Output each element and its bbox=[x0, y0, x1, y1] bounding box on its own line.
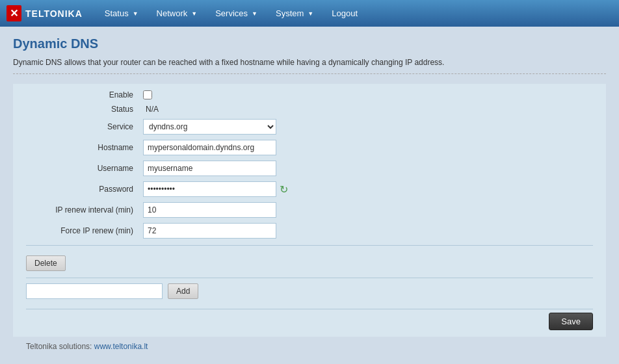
page-title: Dynamic DNS bbox=[13, 36, 606, 51]
nav-link-system[interactable]: System ▼ bbox=[267, 0, 323, 27]
chevron-down-icon-system: ▼ bbox=[308, 10, 313, 17]
page-description: Dynamic DNS allows that your router can … bbox=[13, 58, 606, 74]
enable-row: Enable bbox=[26, 90, 593, 99]
nav-item-network[interactable]: Network ▼ bbox=[148, 0, 207, 27]
password-label: Password bbox=[39, 185, 143, 194]
navbar: ✕ TELTONIKA Status ▼ Network ▼ Services … bbox=[0, 0, 619, 27]
password-input[interactable] bbox=[143, 181, 276, 197]
save-section: Save bbox=[26, 309, 593, 333]
page-content: Dynamic DNS Dynamic DNS allows that your… bbox=[0, 27, 619, 364]
force-ip-label: Force IP renew (min) bbox=[39, 226, 143, 235]
chevron-down-icon-status: ▼ bbox=[133, 10, 138, 17]
brand-name: TELTONIKA bbox=[25, 8, 83, 19]
nav-item-services[interactable]: Services ▼ bbox=[206, 0, 267, 27]
hostname-row: Hostname bbox=[26, 140, 593, 155]
username-row: Username bbox=[26, 161, 593, 176]
username-label: Username bbox=[39, 164, 143, 173]
section-divider bbox=[26, 245, 593, 246]
delete-row: Delete bbox=[26, 252, 593, 274]
logo-icon: ✕ bbox=[7, 5, 21, 21]
enable-label: Enable bbox=[39, 90, 143, 99]
footer-link[interactable]: www.teltonika.lt bbox=[94, 342, 148, 351]
status-row: Status N/A bbox=[26, 105, 593, 114]
status-label: Status bbox=[39, 105, 143, 114]
nav-label-services: Services bbox=[215, 8, 248, 18]
hostname-label: Hostname bbox=[39, 143, 143, 152]
nav-link-network[interactable]: Network ▼ bbox=[148, 0, 207, 27]
service-select[interactable]: dyndns.org no-ip.com changeip.com dyndns… bbox=[143, 119, 276, 135]
refresh-icon[interactable]: ↻ bbox=[280, 183, 288, 196]
status-value: N/A bbox=[143, 105, 159, 114]
nav-link-services[interactable]: Services ▼ bbox=[206, 0, 267, 27]
nav-label-logout: Logout bbox=[332, 8, 358, 18]
force-ip-input[interactable] bbox=[143, 223, 276, 239]
nav-link-status[interactable]: Status ▼ bbox=[96, 0, 148, 27]
logo-x-symbol: ✕ bbox=[10, 7, 18, 20]
nav-item-status[interactable]: Status ▼ bbox=[96, 0, 148, 27]
password-row: Password ↻ bbox=[26, 181, 593, 197]
force-ip-row: Force IP renew (min) bbox=[26, 223, 593, 239]
nav-label-status: Status bbox=[105, 8, 129, 18]
nav-menu: Status ▼ Network ▼ Services ▼ System ▼ L bbox=[96, 0, 367, 27]
service-row: Service dyndns.org no-ip.com changeip.co… bbox=[26, 119, 593, 135]
ip-renew-row: IP renew interval (min) bbox=[26, 202, 593, 218]
nav-item-system[interactable]: System ▼ bbox=[267, 0, 323, 27]
form-section: Enable Status N/A Service dyndns.org no-… bbox=[13, 84, 606, 337]
username-input[interactable] bbox=[143, 161, 276, 176]
save-button[interactable]: Save bbox=[549, 313, 593, 330]
nav-link-logout[interactable]: Logout bbox=[323, 0, 367, 27]
service-label: Service bbox=[39, 122, 143, 131]
add-input[interactable] bbox=[26, 283, 163, 299]
add-section: Add bbox=[26, 278, 593, 302]
nav-item-logout[interactable]: Logout bbox=[323, 0, 367, 27]
footer-text: Teltonika solutions: bbox=[26, 342, 94, 351]
ip-renew-input[interactable] bbox=[143, 202, 276, 218]
brand-logo: ✕ TELTONIKA bbox=[7, 5, 83, 21]
nav-label-system: System bbox=[276, 8, 304, 18]
footer: Teltonika solutions: www.teltonika.lt bbox=[13, 337, 606, 356]
ip-renew-label: IP renew interval (min) bbox=[39, 205, 143, 214]
add-button[interactable]: Add bbox=[168, 283, 198, 299]
nav-label-network: Network bbox=[157, 8, 188, 18]
chevron-down-icon-network: ▼ bbox=[191, 10, 197, 17]
enable-checkbox[interactable] bbox=[143, 90, 152, 99]
password-wrapper: ↻ bbox=[143, 181, 288, 197]
chevron-down-icon-services: ▼ bbox=[252, 10, 257, 17]
delete-button[interactable]: Delete bbox=[26, 255, 66, 271]
hostname-input[interactable] bbox=[143, 140, 276, 155]
